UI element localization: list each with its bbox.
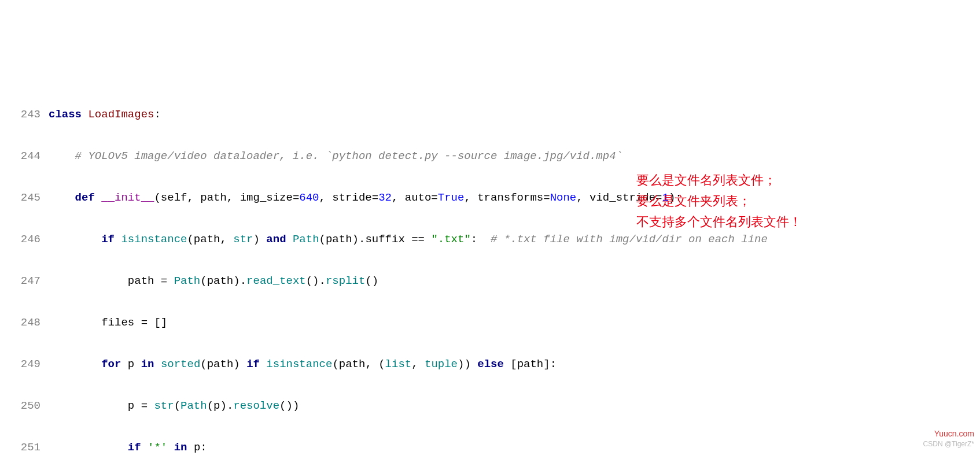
code-line: 248 files = [] bbox=[0, 312, 980, 333]
line-number: 246 bbox=[0, 229, 49, 250]
class-name: LoadImages bbox=[88, 108, 154, 121]
code-line: 244 # YOLOv5 image/video dataloader, i.e… bbox=[0, 146, 980, 166]
code-line: 249 for p in sorted(path) if isinstance(… bbox=[0, 354, 980, 375]
code-line: 245 def __init__(self, path, img_size=64… bbox=[0, 187, 980, 208]
code-line: 246 if isinstance(path, str) and Path(pa… bbox=[0, 229, 980, 250]
line-number: 244 bbox=[0, 146, 49, 166]
line-number: 247 bbox=[0, 271, 49, 291]
watermark-csdn: CSDN @TigerZ* bbox=[923, 434, 974, 454]
code-line: 250 p = str(Path(p).resolve()) bbox=[0, 395, 980, 416]
code-line: 247 path = Path(path).read_text().rsplit… bbox=[0, 271, 980, 291]
method-name: __init__ bbox=[101, 191, 154, 204]
line-number: 245 bbox=[0, 187, 49, 208]
code-editor: 243class LoadImages: 244 # YOLOv5 image/… bbox=[0, 83, 980, 459]
annotation-text: 要么是文件名列表文件； 要么是文件夹列表； 不支持多个文件名列表文件！ bbox=[636, 149, 802, 232]
code-line: 251 if '*' in p: bbox=[0, 437, 980, 458]
line-number: 250 bbox=[0, 395, 49, 416]
line-number: 248 bbox=[0, 312, 49, 333]
line-number: 243 bbox=[0, 104, 49, 125]
comment: # YOLOv5 image/video dataloader, i.e. `p… bbox=[75, 150, 622, 162]
line-number: 249 bbox=[0, 354, 49, 375]
keyword-def: def bbox=[75, 191, 95, 204]
code-line: 243class LoadImages: bbox=[0, 104, 980, 125]
line-number: 251 bbox=[0, 437, 49, 458]
comment: # *.txt file with img/vid/dir on each li… bbox=[491, 233, 768, 246]
keyword-class: class bbox=[49, 108, 82, 121]
